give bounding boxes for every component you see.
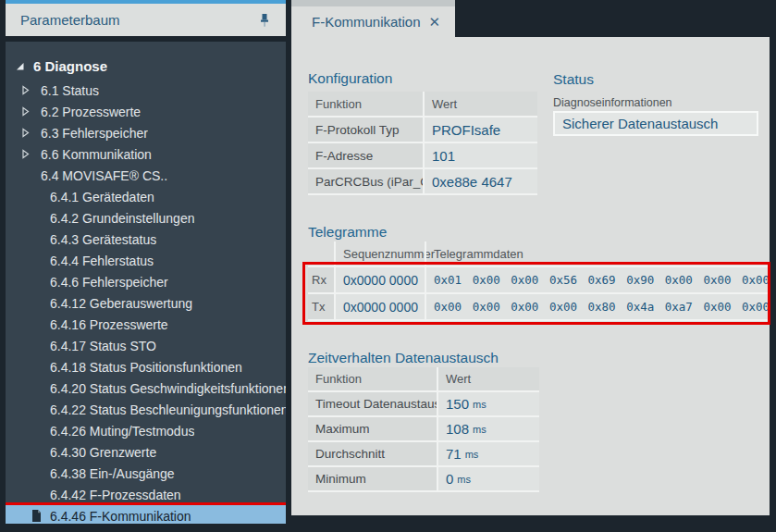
section-title-konfiguration: Konfiguration — [308, 70, 392, 87]
close-icon[interactable]: ✕ — [426, 13, 442, 31]
tree-item-6-1-status[interactable]: 6.1 Status — [6, 80, 286, 101]
row-value: 0xe88e 4647 — [423, 169, 537, 193]
konfiguration-table: FunktionWertF-Protokoll TypPROFIsafeF-Ad… — [308, 92, 537, 195]
tree-item-6-4-16-prozesswerte[interactable]: 6.4.16 Prozesswerte — [6, 314, 286, 335]
document-icon — [31, 510, 43, 522]
telegram-row-rx: Rx0x0000 00000x01 0x00 0x00 0x56 0x69 0x… — [308, 267, 768, 294]
row-label: Minimum — [308, 467, 437, 490]
column-header-telegrammdaten: Telegrammdaten — [425, 241, 768, 266]
tab-f-kommunikation[interactable]: F-Kommunikation ✕ — [291, 0, 455, 37]
tree-item-6-4-20-status-geschwindigkeitsfunktionen[interactable]: 6.4.20 Status Geschwindigkeitsfunktionen — [6, 377, 286, 399]
tree-item-label: 6.4.2 Grundeinstellungen — [50, 211, 194, 226]
tree-item-label: 6.4.18 Status Positionsfunktionen — [50, 360, 242, 375]
table-row-maximum: Maximum108ms — [308, 417, 539, 442]
telegram-direction: Rx — [308, 267, 334, 292]
table-row-f-protokoll-typ: F-Protokoll TypPROFIsafe — [308, 118, 537, 143]
zeitverhalten-table: FunktionWertTimeout Datenaustausch150msM… — [308, 367, 539, 492]
tree-item-label: 6.4.17 Status STO — [50, 339, 156, 353]
unit-label: ms — [473, 424, 487, 435]
tree-item-label: 6.4.30 Grenzwerte — [50, 445, 156, 460]
table-header-row: FunktionWert — [308, 367, 539, 392]
expand-icon[interactable] — [20, 149, 41, 159]
column-header-funktion: Funktion — [308, 367, 437, 390]
tree-item-6-4-42-f-prozessdaten[interactable]: 6.4.42 F-Prozessdaten — [6, 484, 286, 505]
tree-item-label: 6.2 Prozesswerte — [41, 105, 141, 119]
tree-item-label: 6.4.46 F-Kommunikation — [50, 509, 191, 524]
telegram-row-tx: Tx0x0000 00000x00 0x00 0x00 0x00 0x80 0x… — [308, 294, 768, 321]
tree-item-6-4-18-status-positionsfunktionen[interactable]: 6.4.18 Status Positionsfunktionen — [6, 356, 286, 377]
tree-item-label: 6.4.26 Muting/Testmodus — [50, 424, 194, 439]
collapse-icon[interactable] — [15, 61, 33, 71]
tree-item-label: 6.4.42 F-Prozessdaten — [50, 488, 181, 502]
tree-item-6-4-38-ein-ausg-nge[interactable]: 6.4.38 Ein-/Ausgänge — [6, 463, 286, 484]
expand-icon[interactable] — [20, 85, 41, 95]
tree-item-6-4-movisafe-cs[interactable]: 6.4 MOVISAFE® CS.. — [6, 165, 286, 186]
table-row-durchschnitt: Durchschnitt71ms — [308, 442, 539, 467]
row-label: F-Adresse — [308, 143, 423, 167]
tree-item-6-4-3-ger-testatus[interactable]: 6.4.3 Gerätestatus — [6, 229, 286, 250]
content-panel: Konfiguration FunktionWertF-Protokoll Ty… — [291, 37, 770, 515]
tree-item-6-4-22-status-beschleunigungsfunktionen[interactable]: 6.4.22 Status Beschleunigungsfunktionen — [6, 399, 286, 420]
row-label: Maximum — [308, 417, 437, 440]
unit-label: ms — [465, 449, 479, 460]
section-title-telegramme: Telegramme — [308, 224, 387, 241]
column-header-funktion: Funktion — [308, 92, 423, 116]
telegram-direction: Tx — [308, 294, 334, 319]
expand-icon[interactable] — [20, 128, 41, 138]
tree-item-label: 6.1 Status — [41, 83, 99, 98]
unit-label: ms — [457, 474, 471, 485]
tree-item-6-4-1-ger-tedaten[interactable]: 6.4.1 Gerätedaten — [6, 186, 286, 207]
tree-item-6-4-17-status-sto[interactable]: 6.4.17 Status STO — [6, 335, 286, 356]
pin-icon[interactable] — [256, 12, 273, 29]
tree-item-6-4-12-geberauswertung[interactable]: 6.4.12 Geberauswertung — [6, 292, 286, 314]
tree-item-label: 6.4.38 Ein-/Ausgänge — [50, 466, 175, 481]
tree-item-label: 6.4.12 Geberauswertung — [50, 296, 192, 311]
tree-item-label: 6.4 MOVISAFE® CS.. — [41, 168, 167, 183]
tree-item-label: 6.4.20 Status Geschwindigkeitsfunktionen — [50, 381, 286, 396]
status-value: Sicherer Datenaustausch — [562, 116, 718, 131]
table-row-parcrcbus-ipar-crc: ParCRCBus (iPar_CRC)0xe88e 4647 — [308, 169, 537, 195]
table-row-timeout-datenaustausch: Timeout Datenaustausch150ms — [308, 392, 539, 417]
tree-item-6-4-26-muting-testmodus[interactable]: 6.4.26 Muting/Testmodus — [6, 420, 286, 441]
sidebar-parameterbaum: Parameterbaum 6 Diagnose6.1 Status6.2 Pr… — [6, 0, 286, 532]
tree-item-6-diagnose[interactable]: 6 Diagnose — [6, 52, 286, 80]
tree-item-6-6-kommunikation[interactable]: 6.6 Kommunikation — [6, 143, 286, 165]
tree-item-label: 6.4.6 Fehlerspeicher — [50, 275, 168, 290]
row-label: Durchschnitt — [308, 442, 437, 465]
row-label: F-Protokoll Typ — [308, 118, 423, 142]
tree-item-6-4-30-grenzwerte[interactable]: 6.4.30 Grenzwerte — [6, 441, 286, 463]
telegram-sequence: 0x0000 0000 — [334, 294, 425, 319]
tree-item-label: 6.6 Kommunikation — [41, 147, 152, 162]
table-row-f-adresse: F-Adresse101 — [308, 143, 537, 169]
row-value: 0ms — [437, 467, 539, 490]
row-value: 101 — [423, 143, 537, 167]
tree-item-label: 6.4.16 Prozesswerte — [50, 317, 168, 332]
telegram-header-row: SequenznummerTelegrammdaten — [308, 241, 768, 267]
expand-icon[interactable] — [20, 106, 41, 117]
tree-item-label: 6.3 Fehlerspeicher — [41, 126, 148, 141]
tree-item-label: 6.4.4 Fehlerstatus — [50, 254, 154, 268]
tree-item-label: 6.4.1 Gerätedaten — [50, 190, 154, 204]
tree-item-6-4-6-fehlerspeicher[interactable]: 6.4.6 Fehlerspeicher — [6, 271, 286, 292]
unit-label: ms — [473, 399, 487, 410]
table-row-minimum: Minimum0ms — [308, 467, 539, 492]
column-header-sequenznummer: Sequenznummer — [334, 241, 425, 266]
tree-item-6-4-2-grundeinstellungen[interactable]: 6.4.2 Grundeinstellungen — [6, 207, 286, 229]
tree-item-label: 6.4.3 Gerätestatus — [50, 232, 156, 247]
sidebar-title: Parameterbaum — [20, 12, 120, 28]
column-header-wert: Wert — [437, 367, 539, 390]
tree-item-6-3-fehlerspeicher[interactable]: 6.3 Fehlerspeicher — [6, 122, 286, 143]
tree-item-6-4-46-f-kommunikation[interactable]: 6.4.46 F-Kommunikation — [6, 505, 286, 524]
sidebar-header: Parameterbaum — [6, 4, 286, 36]
tree-item-label: 6.4.22 Status Beschleunigungsfunktionen — [50, 402, 286, 417]
tree-item-6-4-4-fehlerstatus[interactable]: 6.4.4 Fehlerstatus — [6, 250, 286, 271]
telegram-header-spacer — [308, 241, 334, 266]
telegram-sequence: 0x0000 0000 — [334, 267, 425, 292]
column-header-wert: Wert — [423, 92, 537, 116]
table-header-row: FunktionWert — [308, 92, 537, 118]
tree-item-6-2-prozesswerte[interactable]: 6.2 Prozesswerte — [6, 101, 286, 122]
tree-item-label: 6 Diagnose — [33, 58, 107, 74]
telegramme-table: SequenznummerTelegrammdatenRx0x0000 0000… — [308, 241, 768, 321]
row-label: Timeout Datenaustausch — [308, 392, 437, 415]
row-value: 108ms — [437, 417, 539, 440]
